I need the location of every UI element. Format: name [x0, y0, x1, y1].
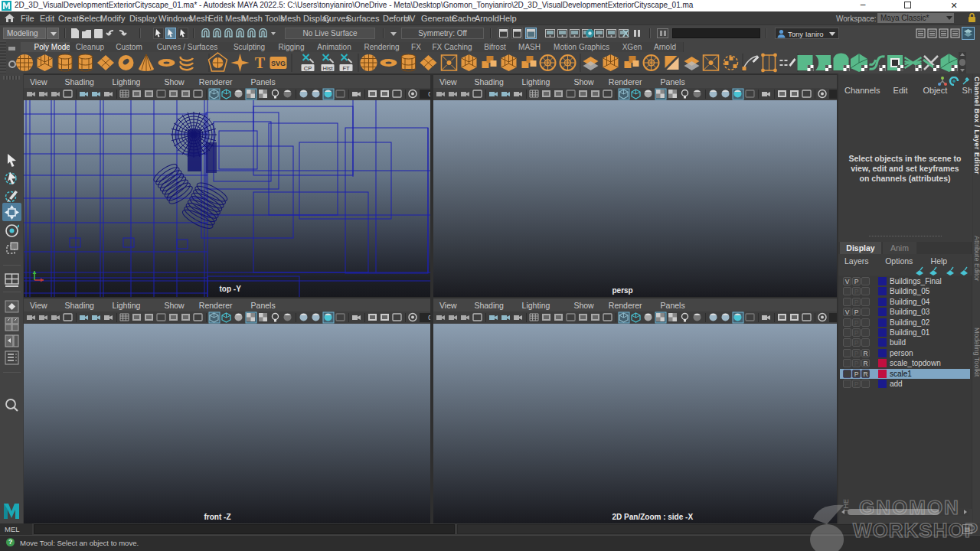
svg-text:CP: CP [304, 65, 312, 72]
svg-text:top -Y: top -Y [220, 285, 242, 293]
svg-text:SVG: SVG [271, 60, 286, 67]
svg-text:GNOMON: GNOMON [859, 496, 960, 519]
svg-text:Hist: Hist [323, 65, 334, 72]
svg-text:T: T [255, 54, 266, 71]
svg-text:WORKSHOP: WORKSHOP [853, 519, 978, 542]
svg-text:0.00: 0.00 [428, 314, 430, 321]
svg-text:0.00: 0.00 [428, 90, 430, 98]
svg-text:FT: FT [342, 65, 350, 72]
svg-text:THE: THE [842, 499, 850, 513]
